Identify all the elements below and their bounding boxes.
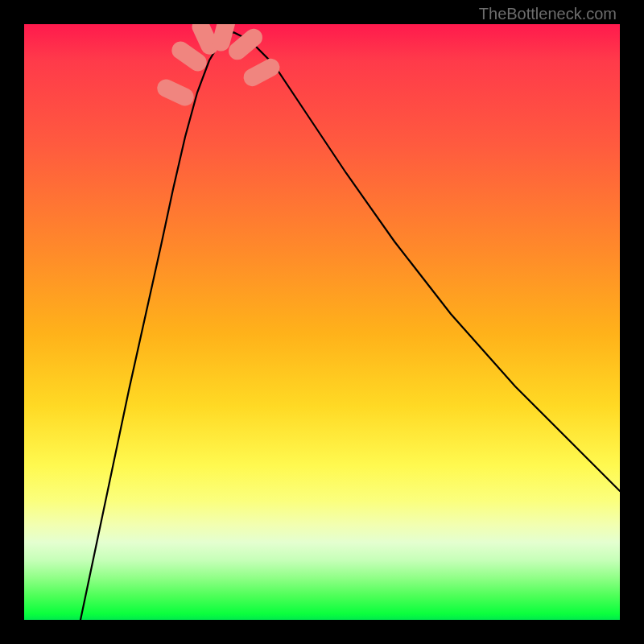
curve-marker [155, 76, 197, 109]
curve-markers [155, 24, 283, 109]
attribution-text: TheBottleneck.com [479, 5, 617, 23]
bottleneck-curve [80, 32, 620, 620]
curve-marker [241, 56, 283, 89]
chart-frame: TheBottleneck.com [0, 0, 644, 644]
plot-area [24, 24, 620, 620]
curve-svg [24, 24, 620, 620]
